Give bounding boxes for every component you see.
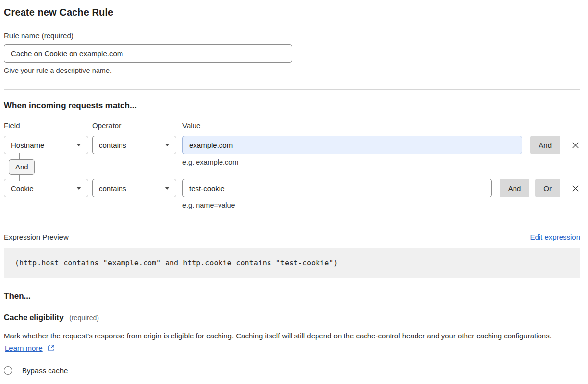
radio-unselected-icon[interactable] (4, 366, 12, 375)
description-text: Mark whether the request’s response from… (4, 332, 552, 340)
row-2-actions: And Or (500, 179, 580, 197)
required-tag: (required) (69, 314, 99, 322)
field-select-1[interactable]: Hostname (4, 136, 88, 154)
field-column-label: Field (4, 121, 92, 130)
remove-condition-button[interactable] (570, 183, 580, 193)
remove-condition-button[interactable] (570, 140, 580, 150)
condition-row-1: Hostname contains e.g. example.com And (4, 136, 580, 166)
value-hint-2: e.g. name=value (182, 201, 492, 209)
chevron-down-icon (165, 144, 170, 146)
condition-row-2: Cookie contains e.g. name=value And Or (4, 179, 580, 209)
add-and-condition-button[interactable]: And (500, 179, 530, 197)
operator-select-1[interactable]: contains (92, 136, 176, 154)
external-link-icon (48, 344, 55, 352)
close-icon (571, 141, 580, 150)
value-column-label: Value (182, 121, 580, 130)
value-input-1[interactable] (182, 136, 522, 154)
operator-select-2[interactable]: contains (92, 179, 176, 197)
condition-column-labels: Field Operator Value (4, 121, 580, 130)
learn-more-link[interactable]: Learn more (5, 344, 43, 352)
expression-code: (http.host contains "example.com" and ht… (4, 248, 580, 278)
chevron-down-icon (76, 187, 81, 190)
value-column-2: e.g. name=value (182, 179, 492, 209)
field-select-2-value: Cookie (11, 184, 34, 192)
expression-preview-header: Expression Preview Edit expression (4, 233, 580, 241)
condition-connector: And (4, 159, 43, 175)
operator-select-2-value: contains (99, 184, 126, 192)
operator-column-label: Operator (92, 121, 182, 130)
field-select-1-value: Hostname (11, 141, 44, 149)
rule-name-label: Rule name (required) (4, 31, 580, 40)
cache-eligibility-label: Cache eligibility (4, 313, 64, 322)
value-column-1: e.g. example.com (182, 136, 522, 166)
value-input-2[interactable] (182, 179, 492, 197)
cache-eligibility-description: Mark whether the request’s response from… (4, 330, 572, 354)
expression-preview-label: Expression Preview (4, 233, 69, 241)
connector-and-toggle[interactable]: And (9, 159, 35, 175)
field-select-2[interactable]: Cookie (4, 179, 88, 197)
create-cache-rule-page: Create new Cache Rule Rule name (require… (0, 0, 588, 384)
edit-expression-link[interactable]: Edit expression (530, 233, 580, 241)
close-icon (571, 184, 580, 193)
operator-select-1-value: contains (99, 141, 126, 149)
row-1-actions: And (530, 136, 580, 154)
cache-eligibility-title: Cache eligibility (required) (4, 313, 580, 322)
add-or-condition-button[interactable]: Or (535, 179, 560, 197)
radio-label: Bypass cache (22, 366, 68, 375)
chevron-down-icon (76, 144, 81, 146)
rule-name-helper: Give your rule a descriptive name. (4, 67, 580, 74)
chevron-down-icon (165, 187, 170, 190)
radio-option-bypass-cache[interactable]: Bypass cache (4, 366, 580, 375)
rule-name-input[interactable] (4, 44, 292, 63)
page-title: Create new Cache Rule (4, 7, 580, 18)
section-divider (4, 89, 580, 90)
match-section-heading: When incoming requests match... (4, 101, 580, 111)
value-hint-1: e.g. example.com (182, 158, 522, 166)
then-section-heading: Then... (4, 291, 580, 301)
add-and-condition-button[interactable]: And (530, 136, 560, 154)
